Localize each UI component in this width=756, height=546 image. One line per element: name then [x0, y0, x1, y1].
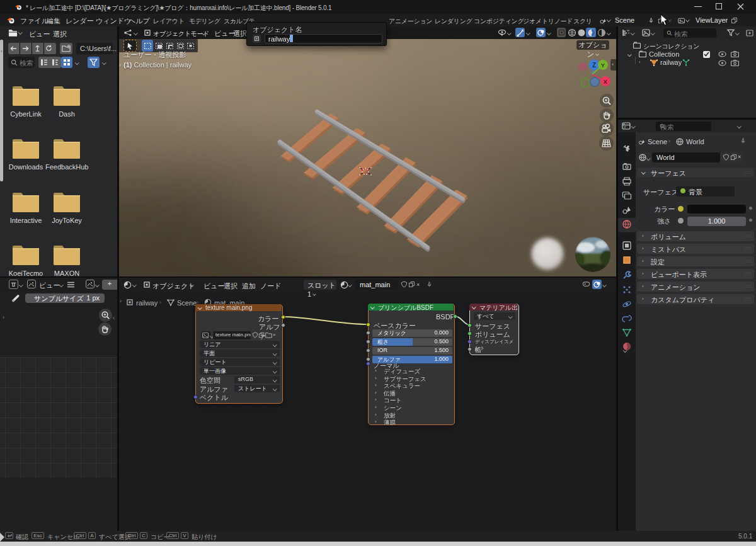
svg-text:Y: Y [601, 62, 605, 69]
svg-text:X: X [604, 78, 608, 85]
svg-text:Z: Z [592, 62, 596, 69]
